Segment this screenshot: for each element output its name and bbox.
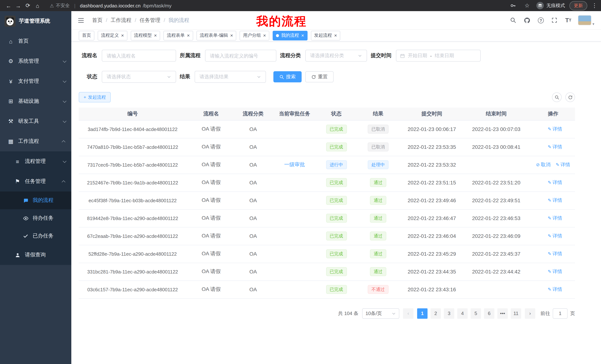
result-badge: 通过 xyxy=(370,178,386,187)
page-number-button[interactable]: 3 xyxy=(444,308,454,318)
sidebar-toggle-icon[interactable] xyxy=(76,15,86,25)
tab[interactable]: 流程表单-编辑 × xyxy=(197,31,236,40)
page-number-button[interactable]: 2 xyxy=(431,308,441,318)
tab[interactable]: 首页 xyxy=(79,31,94,40)
create-process-button[interactable]: + 发起流程 xyxy=(79,92,111,102)
breadcrumb: 首页 工作流程 任务管理 我的流程 xyxy=(92,17,189,24)
tab-close-icon[interactable]: × xyxy=(334,33,337,38)
sidebar-item-infrastructure[interactable]: ⊞ 基础设施 xyxy=(0,91,71,111)
eye-icon xyxy=(22,215,29,221)
tab[interactable]: 发起流程 × xyxy=(311,31,340,40)
fullscreen-icon[interactable] xyxy=(551,16,559,24)
category-select[interactable]: 请选择流程分类 xyxy=(305,50,367,62)
detail-action[interactable]: ✎详情 xyxy=(548,233,562,239)
page-number-button[interactable]: 5 xyxy=(471,308,481,318)
cancel-action[interactable]: ⊘取消 xyxy=(536,161,551,168)
cell-category: OA xyxy=(236,192,270,209)
github-icon[interactable] xyxy=(523,16,531,24)
tab-close-icon[interactable]: × xyxy=(301,33,304,38)
column-header-category: 流程分类 xyxy=(236,108,270,120)
security-label: 不安全 xyxy=(56,2,70,9)
page-size-select[interactable]: 10条/页 xyxy=(362,308,399,318)
tab-close-icon[interactable]: × xyxy=(154,33,157,38)
tab-label: 流程表单-编辑 xyxy=(200,32,228,38)
table-search-toggle-icon[interactable] xyxy=(552,92,562,102)
create-process-label: 发起流程 xyxy=(88,94,106,100)
search-icon[interactable] xyxy=(509,16,517,24)
date-range-picker[interactable]: 开始日期 - 结束日期 xyxy=(396,50,481,62)
table-tools xyxy=(552,92,575,102)
sidebar-item-leave-query[interactable]: 请假查询 xyxy=(0,245,71,265)
detail-action[interactable]: ✎详情 xyxy=(548,179,562,186)
status-placeholder: 请选择状态 xyxy=(107,74,131,80)
edit-icon: ✎ xyxy=(556,162,559,167)
forward-icon[interactable]: → xyxy=(13,1,23,10)
process-name-input[interactable] xyxy=(102,50,176,62)
sidebar-item-payment[interactable]: ¥ 支付管理 xyxy=(0,71,71,91)
detail-action[interactable]: ✎详情 xyxy=(556,161,570,168)
detail-action[interactable]: ✎详情 xyxy=(548,197,562,204)
filter-row-2: 状态 请选择状态 结果 请选择流结果 xyxy=(79,71,575,83)
page-number-button[interactable]: 6 xyxy=(484,308,494,318)
page-number-button[interactable]: 4 xyxy=(457,308,468,318)
breadcrumb-item[interactable]: 任务管理 xyxy=(140,17,169,24)
security-status[interactable]: ⚠ 不安全 xyxy=(50,2,70,9)
page-number-button[interactable]: ••• xyxy=(497,308,508,318)
sidebar-item-devtools[interactable]: ⚒ 研发工具 xyxy=(0,111,71,131)
breadcrumb-item[interactable]: 首页 xyxy=(92,17,111,24)
search-button[interactable]: 搜索 xyxy=(273,71,302,82)
page-number-button[interactable]: 1 xyxy=(417,308,428,318)
detail-action[interactable]: ✎详情 xyxy=(548,126,562,133)
sidebar-item-home[interactable]: ⌂ 首页 xyxy=(0,31,71,51)
sidebar-item-task-mgmt[interactable]: ⚑ 任务管理 xyxy=(0,172,71,192)
current-task-link[interactable]: 一级审批 xyxy=(284,161,305,167)
sidebar-item-todo-task[interactable]: 待办任务 xyxy=(0,209,71,227)
detail-action[interactable]: ✎详情 xyxy=(548,268,562,275)
browser-menu-icon[interactable]: ⋮ xyxy=(592,2,597,9)
tab[interactable]: 我的流程 × xyxy=(273,31,307,40)
result-badge: 已取消 xyxy=(368,125,389,134)
tab-close-icon[interactable]: × xyxy=(263,33,266,38)
detail-action[interactable]: ✎详情 xyxy=(548,215,562,221)
user-menu[interactable]: ▾ xyxy=(578,15,594,25)
reload-icon[interactable]: ⟳ xyxy=(23,1,33,10)
detail-action[interactable]: ✎详情 xyxy=(548,144,562,150)
detail-action[interactable]: ✎详情 xyxy=(548,286,562,293)
sidebar-item-process-mgmt[interactable]: ≡ 流程管理 xyxy=(0,151,71,172)
incognito-badge: 无痕模式 xyxy=(536,2,565,9)
result-select[interactable]: 请选择流结果 xyxy=(195,71,266,83)
table-row: 67c2eaab-7b9a-11ec-a290-acde48001122 OA … xyxy=(79,227,575,245)
table-refresh-icon[interactable] xyxy=(565,92,575,102)
tab[interactable]: 流程表单 × xyxy=(163,31,193,40)
avatar[interactable] xyxy=(578,15,591,25)
sidebar-item-done-task[interactable]: 已办任务 xyxy=(0,227,71,245)
font-size-icon[interactable]: TT xyxy=(564,16,572,24)
tab-close-icon[interactable]: × xyxy=(187,33,190,38)
home-icon[interactable]: ⌂ xyxy=(33,1,42,10)
sidebar-item-workflow[interactable]: ▦ 工作流程 xyxy=(0,131,71,151)
bookmark-star-icon[interactable]: ☆ xyxy=(522,1,532,10)
goto-page-input[interactable] xyxy=(553,308,568,318)
tab[interactable]: 用户分组 × xyxy=(240,31,269,40)
incognito-icon xyxy=(536,2,544,9)
password-key-icon[interactable] xyxy=(508,1,518,10)
breadcrumb-item[interactable]: 工作流程 xyxy=(111,17,140,24)
tab-close-icon[interactable]: × xyxy=(230,33,233,38)
tab[interactable]: 流程模型 × xyxy=(130,31,160,40)
reset-button[interactable]: 重置 xyxy=(305,71,334,82)
tab-close-icon[interactable]: × xyxy=(121,33,124,38)
sidebar-item-system[interactable]: ⚙ 系统管理 xyxy=(0,51,71,71)
page-number-button[interactable]: 11 xyxy=(511,308,521,318)
status-select[interactable]: 请选择状态 xyxy=(102,71,176,83)
address-bar[interactable]: ⚠ 不安全 | dashboard.yudao.iocoder.cn/bpm/t… xyxy=(50,2,172,9)
update-button[interactable]: 更新 xyxy=(570,1,587,10)
detail-action[interactable]: ✎详情 xyxy=(548,250,562,257)
next-page-button[interactable]: › xyxy=(525,308,535,318)
help-icon[interactable]: ? xyxy=(537,16,545,24)
back-icon[interactable]: ← xyxy=(4,1,13,10)
process-definition-input[interactable] xyxy=(205,50,276,62)
breadcrumb-item[interactable]: 我的流程 xyxy=(169,17,189,24)
tab[interactable]: 流程定义 × xyxy=(98,31,127,40)
sidebar-item-my-process[interactable]: 我的流程 xyxy=(0,192,71,209)
prev-page-button[interactable]: ‹ xyxy=(403,308,413,318)
